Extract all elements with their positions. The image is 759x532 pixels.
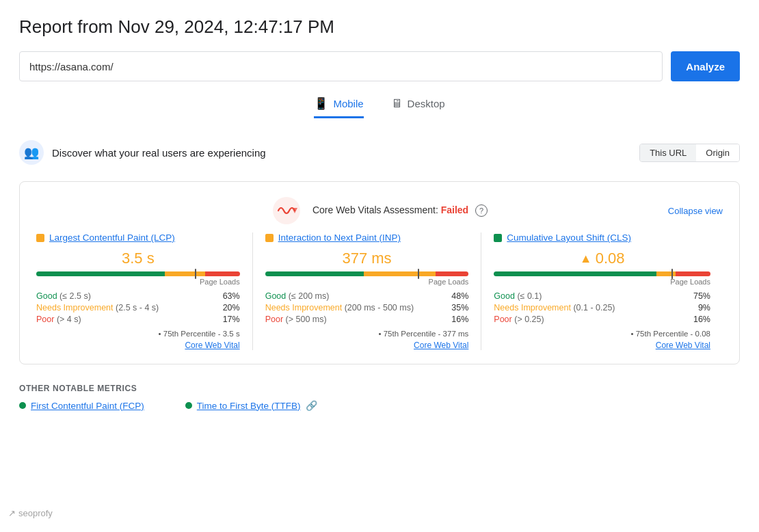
stat-poor-range: (> 4 s) xyxy=(57,315,81,324)
stat-good-label: Good xyxy=(36,291,57,301)
metric-bar-lcp xyxy=(36,271,240,276)
stat-poor-pct: 16% xyxy=(451,315,468,324)
page-loads-label-cls: Page Loads xyxy=(494,278,710,286)
watermark-text: seoprofy xyxy=(18,508,53,518)
stat-good-lcp: Good (≤ 2.5 s) 63% xyxy=(36,291,240,301)
metric-stats-cls: Good (≤ 0.1) 75% Needs Improvement (0.1 … xyxy=(494,291,710,324)
bar-red-lcp xyxy=(205,271,240,276)
percentile-row-lcp: • 75th Percentile - 3.5 s xyxy=(36,330,240,338)
stat-ni-label: Needs Improvement xyxy=(36,303,114,312)
metric-col-inp: Interaction to Next Paint (INP) 377 ms P… xyxy=(265,232,482,350)
other-metric-dot-ttfb xyxy=(185,402,192,409)
metric-label-row: Cumulative Layout Shift (CLS) xyxy=(494,232,710,243)
page-loads-label-lcp: Page Loads xyxy=(36,278,240,286)
tab-mobile-label: Mobile xyxy=(333,98,363,109)
metric-label-row: Largest Contentful Paint (LCP) xyxy=(36,232,240,243)
metric-label-row: Interaction to Next Paint (INP) xyxy=(265,232,469,243)
metric-bar-cls xyxy=(494,271,710,276)
stat-ni-lcp: Needs Improvement (2.5 s - 4 s) 20% xyxy=(36,303,240,312)
other-metrics-section: OTHER NOTABLE METRICS First Contentful P… xyxy=(19,377,740,411)
stat-poor-label: Poor xyxy=(265,315,283,324)
bar-red-inp xyxy=(436,271,468,276)
stat-ni-pct: 35% xyxy=(451,303,468,312)
analyze-button[interactable]: Analyze xyxy=(671,51,740,81)
metric-value-cls: ▲0.08 xyxy=(494,250,710,267)
metric-value-inp: 377 ms xyxy=(265,250,469,267)
stat-poor-label: Poor xyxy=(494,315,511,324)
watermark: ↗ seoprofy xyxy=(8,508,53,518)
origin-button[interactable]: Origin xyxy=(696,144,739,161)
stat-poor-range: (> 500 ms) xyxy=(286,315,327,324)
page-loads-label-inp: Page Loads xyxy=(265,278,469,286)
stat-ni-inp: Needs Improvement (200 ms - 500 ms) 35% xyxy=(265,303,469,312)
stat-good-inp: Good (≤ 200 ms) 48% xyxy=(265,291,469,301)
metric-stats-inp: Good (≤ 200 ms) 48% Needs Improvement (2… xyxy=(265,291,469,324)
other-metric-fcp: First Contentful Paint (FCP) xyxy=(19,401,144,411)
metrics-card: Core Web Vitals Assessment: Failed ? Col… xyxy=(19,181,740,364)
this-url-button[interactable]: This URL xyxy=(640,144,696,161)
stat-poor-pct: 16% xyxy=(693,315,710,324)
metric-col-cls: Cumulative Layout Shift (CLS) ▲0.08 Page… xyxy=(494,232,723,350)
stat-poor-cls: Poor (> 0.25) 16% xyxy=(494,315,710,324)
stat-ni-pct: 9% xyxy=(698,303,710,312)
crux-banner: 👥 Discover what your real users are expe… xyxy=(19,133,740,172)
metric-col-lcp: Largest Contentful Paint (LCP) 3.5 s Pag… xyxy=(36,232,253,350)
ttfb-icon: 🔗 xyxy=(306,400,317,411)
stat-good-cls: Good (≤ 0.1) 75% xyxy=(494,291,710,301)
bar-orange-inp xyxy=(364,271,436,276)
watermark-arrow: ↗ xyxy=(8,508,16,518)
metric-name-inp[interactable]: Interaction to Next Paint (INP) xyxy=(278,232,401,243)
stat-good-pct: 63% xyxy=(223,291,240,301)
mobile-icon: 📱 xyxy=(314,96,328,111)
url-bar-row: Analyze xyxy=(19,51,740,81)
stat-good-pct: 48% xyxy=(451,291,468,301)
other-metrics-row: First Contentful Paint (FCP) Time to Fir… xyxy=(19,400,740,411)
stat-poor-label: Poor xyxy=(36,315,54,324)
assessment-status: Failed xyxy=(441,204,468,215)
metric-dot-lcp xyxy=(36,234,44,242)
cwv-link-inp[interactable]: Core Web Vital xyxy=(265,341,469,350)
tab-mobile[interactable]: 📱 Mobile xyxy=(314,96,363,118)
assessment-icon xyxy=(271,196,302,226)
url-origin-toggle: This URL Origin xyxy=(639,144,740,162)
bar-green-inp xyxy=(265,271,364,276)
desktop-icon: 🖥 xyxy=(391,97,403,111)
cwv-link-lcp[interactable]: Core Web Vital xyxy=(36,341,240,350)
collapse-view-link[interactable]: Collapse view xyxy=(668,206,723,216)
cwv-link-cls[interactable]: Core Web Vital xyxy=(494,341,710,350)
tabs-row: 📱 Mobile 🖥 Desktop xyxy=(19,96,740,118)
metric-dot-cls xyxy=(494,234,502,242)
tab-desktop-label: Desktop xyxy=(408,98,445,109)
stat-ni-pct: 20% xyxy=(223,303,240,312)
crux-text: Discover what your real users are experi… xyxy=(52,147,266,159)
stat-ni-range: (200 ms - 500 ms) xyxy=(345,303,414,312)
other-metric-name-ttfb[interactable]: Time to First Byte (TTFB) xyxy=(197,401,301,411)
tab-desktop[interactable]: 🖥 Desktop xyxy=(391,96,445,118)
other-metric-dot-fcp xyxy=(19,402,26,409)
crux-icon: 👥 xyxy=(19,140,44,165)
warning-triangle-icon: ▲ xyxy=(580,252,592,266)
metrics-grid: Largest Contentful Paint (LCP) 3.5 s Pag… xyxy=(36,232,723,350)
bar-orange-cls xyxy=(656,271,676,276)
metric-dot-inp xyxy=(265,234,274,242)
help-icon[interactable]: ? xyxy=(475,204,488,217)
assessment-title: Core Web Vitals Assessment: Failed ? xyxy=(312,204,488,217)
stat-poor-lcp: Poor (> 4 s) 17% xyxy=(36,315,240,324)
other-metrics-label: OTHER NOTABLE METRICS xyxy=(19,384,740,393)
stat-poor-range: (> 0.25) xyxy=(514,315,544,324)
stat-ni-range: (2.5 s - 4 s) xyxy=(116,303,159,312)
stat-poor-pct: 17% xyxy=(223,315,240,324)
metric-name-lcp[interactable]: Largest Contentful Paint (LCP) xyxy=(49,232,175,243)
bar-green-lcp xyxy=(36,271,165,276)
stat-ni-cls: Needs Improvement (0.1 - 0.25) 9% xyxy=(494,303,710,312)
assessment-title-text: Core Web Vitals Assessment: xyxy=(312,204,441,215)
metric-name-cls[interactable]: Cumulative Layout Shift (CLS) xyxy=(507,232,631,243)
other-metric-name-fcp[interactable]: First Contentful Paint (FCP) xyxy=(31,401,144,411)
stat-good-range: (≤ 2.5 s) xyxy=(59,291,91,301)
assessment-center: Core Web Vitals Assessment: Failed ? xyxy=(271,196,488,226)
report-title: Report from Nov 29, 2024, 12:47:17 PM xyxy=(19,16,740,38)
url-input[interactable] xyxy=(19,51,663,81)
percentile-row-cls: • 75th Percentile - 0.08 xyxy=(494,330,710,338)
stat-ni-label: Needs Improvement xyxy=(265,303,343,312)
bar-green-cls xyxy=(494,271,656,276)
